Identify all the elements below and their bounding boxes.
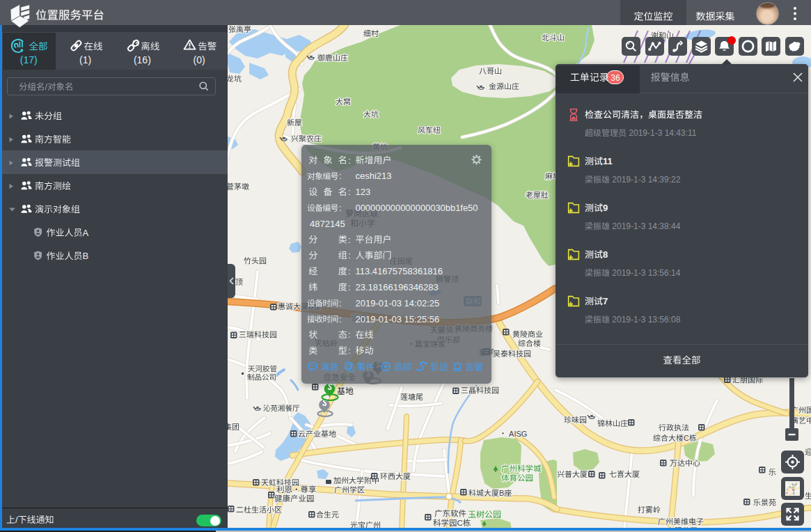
svg-text:C: C xyxy=(684,434,689,442)
svg-text:C: C xyxy=(457,519,463,527)
svg-text:AISG: AISG xyxy=(509,430,527,438)
svg-text:B: B xyxy=(499,489,504,497)
